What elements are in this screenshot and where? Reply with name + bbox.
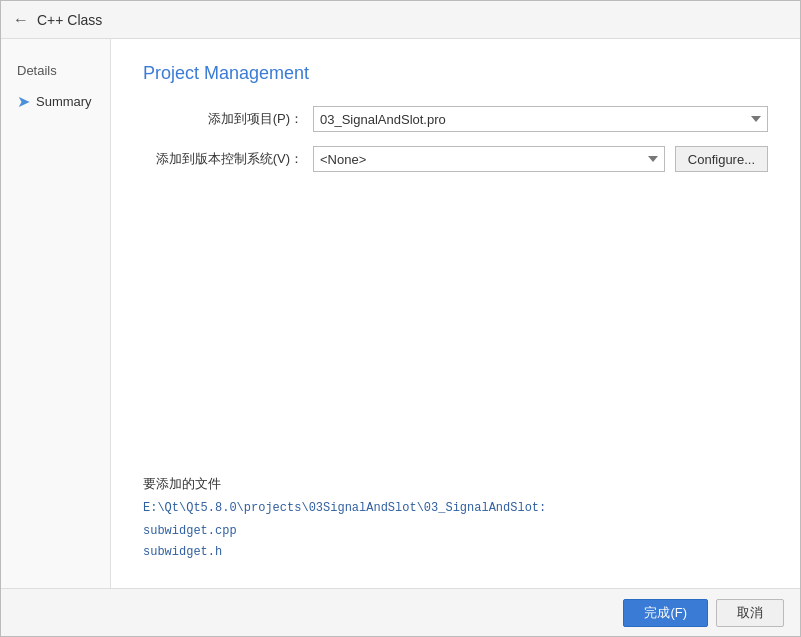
- file-item: subwidget.cpp: [143, 521, 768, 543]
- window: ← C++ Class Details ➤ Summary Project Ma…: [0, 0, 801, 637]
- project-row: 添加到项目(P)： 03_SignalAndSlot.pro: [143, 106, 768, 132]
- files-list: subwidget.cpp subwidget.h: [143, 521, 768, 564]
- sidebar-item-summary[interactable]: ➤ Summary: [11, 88, 100, 115]
- project-select[interactable]: 03_SignalAndSlot.pro: [313, 106, 768, 132]
- main-area: Details ➤ Summary Project Management 添加到…: [1, 39, 800, 588]
- files-path: E:\Qt\Qt5.8.0\projects\03SignalAndSlot\0…: [143, 501, 768, 515]
- titlebar: ← C++ Class: [1, 1, 800, 39]
- vcs-label: 添加到版本控制系统(V)：: [143, 150, 303, 168]
- section-title: Project Management: [143, 63, 768, 84]
- finish-button[interactable]: 完成(F): [623, 599, 708, 627]
- arrow-right-icon: ➤: [17, 92, 30, 111]
- project-label: 添加到项目(P)：: [143, 110, 303, 128]
- back-button[interactable]: ←: [13, 11, 29, 29]
- content-area: Project Management 添加到项目(P)： 03_SignalAn…: [111, 39, 800, 588]
- files-section: 要添加的文件 E:\Qt\Qt5.8.0\projects\03SignalAn…: [143, 455, 768, 564]
- configure-button[interactable]: Configure...: [675, 146, 768, 172]
- vcs-row: 添加到版本控制系统(V)： <None> Configure...: [143, 146, 768, 172]
- file-item: subwidget.h: [143, 542, 768, 564]
- sidebar: Details ➤ Summary: [1, 39, 111, 588]
- footer: 完成(F) 取消: [1, 588, 800, 636]
- sidebar-item-details[interactable]: Details: [11, 59, 100, 82]
- files-heading: 要添加的文件: [143, 475, 768, 493]
- form-area: 添加到项目(P)： 03_SignalAndSlot.pro 添加到版本控制系统…: [143, 106, 768, 172]
- window-title: C++ Class: [37, 12, 102, 28]
- cancel-button[interactable]: 取消: [716, 599, 784, 627]
- vcs-select[interactable]: <None>: [313, 146, 665, 172]
